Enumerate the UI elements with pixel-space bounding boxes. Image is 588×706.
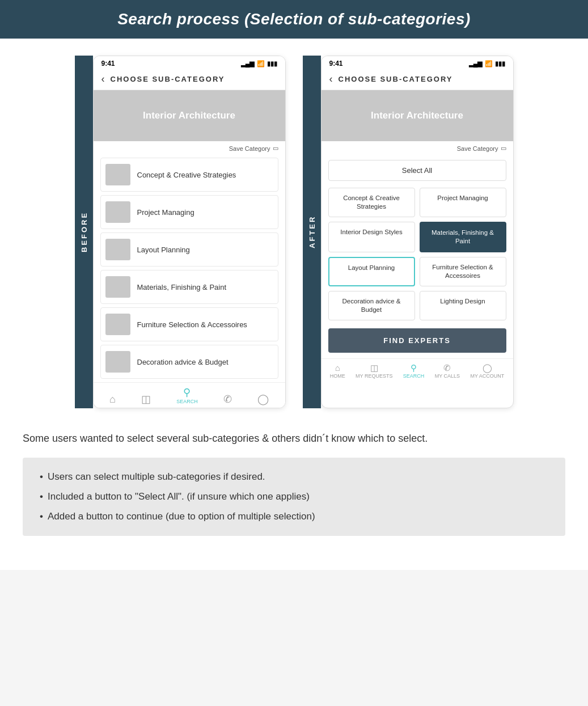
list-item[interactable]: Layout Planning xyxy=(100,232,278,267)
before-label: BEFORE xyxy=(75,56,93,408)
bottom-nav-account[interactable]: ◯ MY ACCOUNT xyxy=(470,363,504,379)
requests-icon: ◫ xyxy=(141,394,151,404)
list-item[interactable]: Concept & Creative Strategies xyxy=(100,158,278,192)
grid-item-concept[interactable]: Concept & Creative Strategies xyxy=(328,188,415,217)
list-item[interactable]: Decoration advice & Budget xyxy=(100,345,278,379)
after-status-icons: ▂▄▆ 📶 ▮▮▮ xyxy=(469,60,505,67)
bottom-nav-search[interactable]: ⚲ SEARCH xyxy=(403,363,425,379)
requests-label: MY REQUESTS xyxy=(356,373,392,379)
bullet-item-1: • Users can select multiple sub-categori… xyxy=(40,469,548,484)
calls-label: MY CALLS xyxy=(435,373,460,379)
select-all-row: Select All xyxy=(322,155,513,185)
calls-icon: ✆ xyxy=(443,363,451,372)
after-bottom-nav: ⌂ HOME ◫ MY REQUESTS ⚲ SEARCH ✆ MY CALLS xyxy=(322,358,513,382)
item-label: Layout Planning xyxy=(137,246,190,254)
list-item[interactable]: Furniture Selection & Accessoires xyxy=(100,307,278,341)
account-label: MY ACCOUNT xyxy=(470,373,504,379)
home-icon: ⌂ xyxy=(335,363,340,372)
select-all-button[interactable]: Select All xyxy=(328,160,506,181)
bottom-nav-search[interactable]: ⚲ SEARCH xyxy=(176,387,198,404)
before-category-name: Interior Architecture xyxy=(143,110,235,121)
description-main: Some users wanted to select several sub-… xyxy=(23,431,565,446)
bullet-text-3: Added a button to continue (due to optio… xyxy=(48,509,315,524)
item-label: Concept & Creative Strategies xyxy=(137,171,236,179)
search-label: SEARCH xyxy=(403,373,425,379)
phones-row: BEFORE 9:41 ▂▄▆ 📶 ▮▮▮ ‹ CHOOSE SUB-CATEG… xyxy=(23,56,565,408)
bottom-nav-requests[interactable]: ◫ MY REQUESTS xyxy=(356,363,392,379)
calls-icon: ✆ xyxy=(223,394,232,404)
before-save-label[interactable]: Save Category xyxy=(229,145,270,152)
grid-item-decoration[interactable]: Decoration advice & Budget xyxy=(328,291,415,320)
after-phone: 9:41 ▂▄▆ 📶 ▮▮▮ ‹ CHOOSE SUB-CATEGORY Int… xyxy=(321,56,514,408)
home-icon: ⌂ xyxy=(109,394,116,404)
account-icon: ◯ xyxy=(483,363,492,372)
item-thumbnail xyxy=(105,314,130,335)
after-save-row: Save Category ▭ xyxy=(322,141,513,155)
after-container: AFTER 9:41 ▂▄▆ 📶 ▮▮▮ ‹ CHOOSE SUB-CATEGO… xyxy=(303,56,514,408)
wifi-icon: 📶 xyxy=(257,60,265,67)
bottom-nav-home[interactable]: ⌂ xyxy=(109,394,116,404)
item-label: Furniture Selection & Accessoires xyxy=(137,320,247,329)
search-icon: ⚲ xyxy=(411,363,417,372)
item-label: Decoration advice & Budget xyxy=(137,358,229,366)
before-status-bar: 9:41 ▂▄▆ 📶 ▮▮▮ xyxy=(94,56,285,70)
before-time: 9:41 xyxy=(101,60,115,67)
bullet-item-2: • Included a button to "Select All". (if… xyxy=(40,489,548,504)
item-label: Materials, Finishing & Paint xyxy=(137,283,227,291)
before-save-row: Save Category ▭ xyxy=(94,141,285,155)
before-phone: 9:41 ▂▄▆ 📶 ▮▮▮ ‹ CHOOSE SUB-CATEGORY Int… xyxy=(93,56,286,408)
item-thumbnail xyxy=(105,164,130,185)
battery-icon: ▮▮▮ xyxy=(495,60,505,67)
bottom-nav-requests[interactable]: ◫ xyxy=(141,394,151,404)
list-item[interactable]: Materials, Finishing & Paint xyxy=(100,270,278,304)
before-list: Concept & Creative Strategies Project Ma… xyxy=(94,155,285,379)
bullet-item-3: • Added a button to continue (due to opt… xyxy=(40,509,548,524)
bullet-text-1: Users can select multiple sub-categories… xyxy=(48,469,265,484)
signal-icon: ▂▄▆ xyxy=(241,60,255,67)
back-arrow-icon[interactable]: ‹ xyxy=(101,73,105,85)
after-status-bar: 9:41 ▂▄▆ 📶 ▮▮▮ xyxy=(322,56,513,70)
before-banner: Interior Architecture xyxy=(94,90,285,141)
bullet-dot: • xyxy=(40,509,43,524)
battery-icon: ▮▮▮ xyxy=(267,60,277,67)
bottom-nav-home[interactable]: ⌂ HOME xyxy=(330,363,345,379)
after-nav-title: CHOOSE SUB-CATEGORY xyxy=(339,75,453,83)
find-experts-button[interactable]: FIND EXPERTS xyxy=(328,328,506,353)
bottom-nav-account[interactable]: ◯ xyxy=(257,394,269,404)
bookmark-icon[interactable]: ▭ xyxy=(501,145,506,152)
item-thumbnail xyxy=(105,239,130,260)
after-nav: ‹ CHOOSE SUB-CATEGORY xyxy=(322,70,513,90)
after-save-label[interactable]: Save Category xyxy=(457,145,498,152)
before-nav-title: CHOOSE SUB-CATEGORY xyxy=(111,75,225,83)
before-container: BEFORE 9:41 ▂▄▆ 📶 ▮▮▮ ‹ CHOOSE SUB-CATEG… xyxy=(75,56,286,408)
page-title: Search process (Selection of sub-categor… xyxy=(17,10,571,28)
before-bottom-nav: ⌂ ◫ ⚲ SEARCH ✆ ◯ xyxy=(94,382,285,408)
before-status-icons: ▂▄▆ 📶 ▮▮▮ xyxy=(241,60,277,67)
bookmark-icon[interactable]: ▭ xyxy=(273,145,278,152)
list-item[interactable]: Project Managing xyxy=(100,195,278,229)
wifi-icon: 📶 xyxy=(485,60,493,67)
bottom-nav-calls[interactable]: ✆ MY CALLS xyxy=(435,363,460,379)
main-content: BEFORE 9:41 ▂▄▆ 📶 ▮▮▮ ‹ CHOOSE SUB-CATEG… xyxy=(0,39,588,570)
signal-icon: ▂▄▆ xyxy=(469,60,483,67)
grid-item-project[interactable]: Project Managing xyxy=(420,188,506,217)
before-nav: ‹ CHOOSE SUB-CATEGORY xyxy=(94,70,285,90)
requests-icon: ◫ xyxy=(370,363,378,372)
after-label: AFTER xyxy=(303,56,321,408)
bottom-nav-calls[interactable]: ✆ xyxy=(223,394,232,404)
header-bar: Search process (Selection of sub-categor… xyxy=(0,0,588,39)
bullet-list: • Users can select multiple sub-categori… xyxy=(23,458,565,536)
grid-item-interior[interactable]: Interior Design Styles xyxy=(328,222,415,252)
after-category-name: Interior Architecture xyxy=(371,110,463,121)
grid-item-furniture[interactable]: Furniture Selection & Accessoires xyxy=(420,257,506,286)
bullet-text-2: Included a button to "Select All". (if u… xyxy=(48,489,310,504)
bullet-dot: • xyxy=(40,489,43,504)
grid-item-materials[interactable]: Materials, Finishing & Paint xyxy=(420,222,506,252)
grid-item-lighting[interactable]: Lighting Design xyxy=(420,291,506,320)
item-thumbnail xyxy=(105,351,130,373)
back-arrow-icon[interactable]: ‹ xyxy=(329,73,333,85)
after-banner: Interior Architecture xyxy=(322,90,513,141)
grid-item-layout[interactable]: Layout Planning xyxy=(328,257,415,286)
description-section: Some users wanted to select several sub-… xyxy=(23,425,565,547)
after-grid: Concept & Creative Strategies Project Ma… xyxy=(322,185,513,323)
